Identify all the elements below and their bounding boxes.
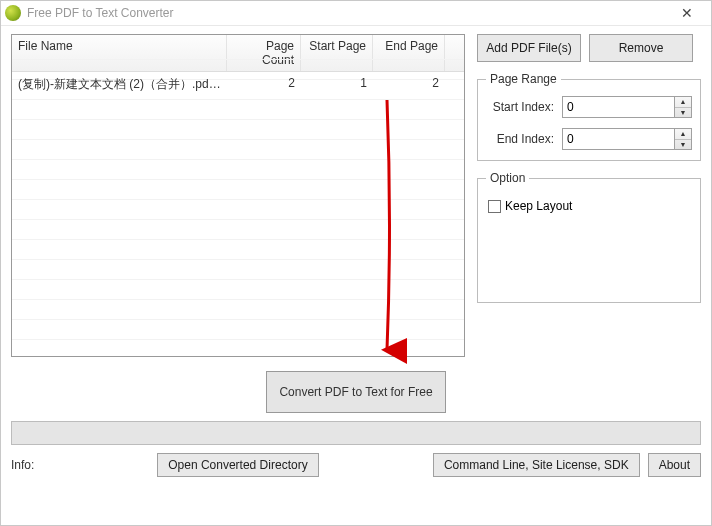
content-area: File Name Page Count Start Page End Page… <box>1 26 711 525</box>
chevron-down-icon[interactable]: ▼ <box>675 108 691 118</box>
convert-button[interactable]: Convert PDF to Text for Free <box>266 371 446 413</box>
file-list-body: (复制)-新建文本文档 (2)（合并）.pdf-... 2 1 2 <box>12 72 464 97</box>
cell-file-name: (复制)-新建文本文档 (2)（合并）.pdf-... <box>12 72 227 97</box>
start-index-input[interactable] <box>562 96 674 118</box>
keep-layout-row[interactable]: Keep Layout <box>486 195 692 217</box>
info-bar <box>11 421 701 445</box>
upper-panel: File Name Page Count Start Page End Page… <box>11 34 701 357</box>
start-index-label: Start Index: <box>486 100 554 114</box>
table-row[interactable]: (复制)-新建文本文档 (2)（合并）.pdf-... 2 1 2 <box>12 72 464 97</box>
convert-area: Convert PDF to Text for Free <box>11 357 701 421</box>
start-index-spinner[interactable]: ▲ ▼ <box>562 96 692 118</box>
grid-lines <box>12 59 464 356</box>
end-index-row: End Index: ▲ ▼ <box>486 128 692 150</box>
keep-layout-checkbox[interactable] <box>488 200 501 213</box>
title-bar[interactable]: Free PDF to Text Converter ✕ <box>1 1 711 26</box>
app-icon <box>5 5 21 21</box>
right-panel: Add PDF File(s) Remove Page Range Start … <box>477 34 701 357</box>
close-icon[interactable]: ✕ <box>667 5 707 21</box>
cell-end-page: 2 <box>373 72 445 97</box>
option-legend: Option <box>486 171 529 185</box>
footer: Info: Open Converted Directory Command L… <box>11 451 701 481</box>
start-index-row: Start Index: ▲ ▼ <box>486 96 692 118</box>
start-index-arrows[interactable]: ▲ ▼ <box>674 96 692 118</box>
window-title: Free PDF to Text Converter <box>27 6 667 20</box>
end-index-arrows[interactable]: ▲ ▼ <box>674 128 692 150</box>
button-row: Add PDF File(s) Remove <box>477 34 701 62</box>
page-range-group: Page Range Start Index: ▲ ▼ End Index: <box>477 72 701 161</box>
chevron-up-icon[interactable]: ▲ <box>675 129 691 140</box>
remove-button[interactable]: Remove <box>589 34 693 62</box>
keep-layout-label: Keep Layout <box>505 199 572 213</box>
add-pdf-button[interactable]: Add PDF File(s) <box>477 34 581 62</box>
page-range-legend: Page Range <box>486 72 561 86</box>
info-label: Info: <box>11 458 43 472</box>
end-index-spinner[interactable]: ▲ ▼ <box>562 128 692 150</box>
cell-start-page: 1 <box>301 72 373 97</box>
app-window: Free PDF to Text Converter ✕ File Name P… <box>0 0 712 526</box>
cell-page-count: 2 <box>227 72 301 97</box>
chevron-up-icon[interactable]: ▲ <box>675 97 691 108</box>
end-index-input[interactable] <box>562 128 674 150</box>
chevron-down-icon[interactable]: ▼ <box>675 140 691 150</box>
open-directory-button[interactable]: Open Converted Directory <box>157 453 318 477</box>
file-list[interactable]: File Name Page Count Start Page End Page… <box>11 34 465 357</box>
command-line-button[interactable]: Command Line, Site License, SDK <box>433 453 640 477</box>
about-button[interactable]: About <box>648 453 701 477</box>
end-index-label: End Index: <box>486 132 554 146</box>
option-group: Option Keep Layout <box>477 171 701 303</box>
